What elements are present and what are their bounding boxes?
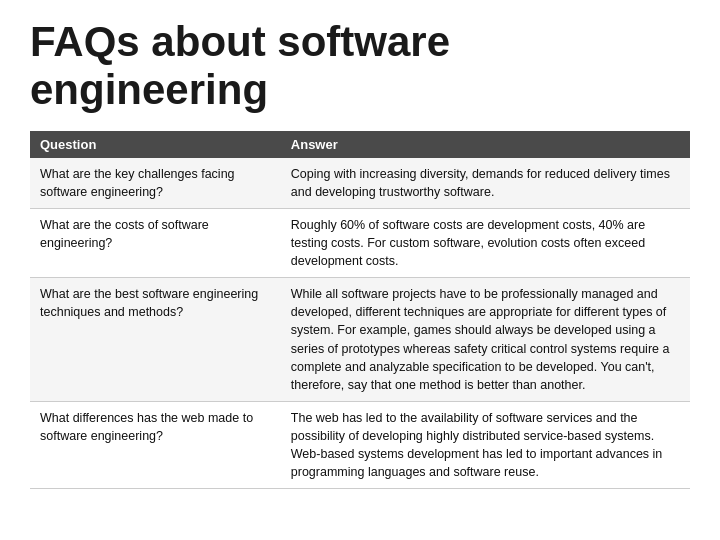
- table-cell-answer: Roughly 60% of software costs are develo…: [281, 208, 690, 277]
- table-cell-question: What are the best software engineering t…: [30, 278, 281, 402]
- faq-table: Question Answer What are the key challen…: [30, 131, 690, 490]
- table-cell-question: What are the costs of software engineeri…: [30, 208, 281, 277]
- table-cell-question: What are the key challenges facing softw…: [30, 158, 281, 209]
- header-question: Question: [30, 131, 281, 158]
- header-answer: Answer: [281, 131, 690, 158]
- page-container: FAQs about software engineering Question…: [0, 0, 720, 540]
- table-cell-answer: The web has led to the availability of s…: [281, 401, 690, 489]
- table-cell-answer: Coping with increasing diversity, demand…: [281, 158, 690, 209]
- table-row: What are the costs of software engineeri…: [30, 208, 690, 277]
- table-row: What are the key challenges facing softw…: [30, 158, 690, 209]
- table-row: What are the best software engineering t…: [30, 278, 690, 402]
- table-cell-question: What differences has the web made to sof…: [30, 401, 281, 489]
- table-cell-answer: While all software projects have to be p…: [281, 278, 690, 402]
- title-line2: engineering: [30, 66, 268, 113]
- table-row: What differences has the web made to sof…: [30, 401, 690, 489]
- page-title: FAQs about software engineering: [30, 18, 690, 115]
- title-line1: FAQs about software: [30, 18, 450, 65]
- table-header-row: Question Answer: [30, 131, 690, 158]
